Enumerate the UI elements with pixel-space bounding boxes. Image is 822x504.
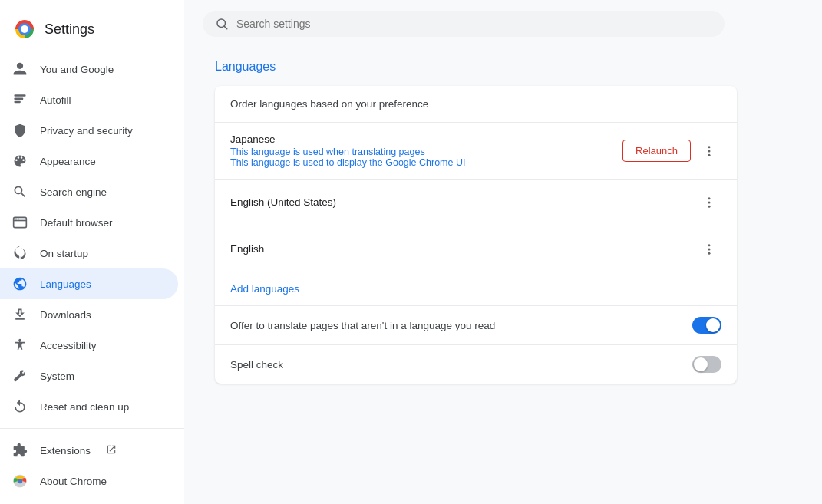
puzzle-icon <box>12 443 28 458</box>
three-dot-menu-button[interactable] <box>697 139 721 163</box>
svg-rect-5 <box>15 101 21 104</box>
svg-point-14 <box>708 146 711 148</box>
languages-card: Order languages based on your preference… <box>215 86 737 384</box>
language-info: English <box>230 243 697 256</box>
toggle-switch[interactable] <box>692 356 721 373</box>
svg-rect-3 <box>15 94 26 97</box>
person-icon <box>12 61 28 77</box>
sidebar-item-privacy-and-security[interactable]: Privacy and security <box>0 115 178 146</box>
sidebar: Settings You and GoogleAutofillPrivacy a… <box>0 0 184 504</box>
toggle-switch[interactable] <box>692 317 721 334</box>
sidebar-divider <box>0 428 184 429</box>
sidebar-item-languages[interactable]: Languages <box>0 268 178 299</box>
search-bar-area <box>184 0 822 48</box>
language-actions: Relaunch <box>622 139 721 163</box>
shield-icon <box>12 123 28 138</box>
sidebar-item-label: System <box>40 371 74 382</box>
language-actions <box>697 237 721 262</box>
main-content: Languages Order languages based on your … <box>184 0 822 504</box>
reset-icon <box>12 399 28 414</box>
sidebar-header: Settings <box>0 8 184 54</box>
sidebar-item-label: Extensions <box>40 445 91 456</box>
sidebar-item-on-startup[interactable]: On startup <box>0 238 178 268</box>
add-languages-link[interactable]: Add languages <box>215 272 737 306</box>
language-info: English (United States) <box>230 196 697 209</box>
toggle-row-1: Spell check <box>215 345 737 384</box>
toggle-thumb <box>694 357 708 371</box>
svg-point-21 <box>708 249 711 251</box>
sidebar-item-autofill[interactable]: Autofill <box>0 84 178 115</box>
search-icon <box>215 17 229 31</box>
three-dot-menu-button[interactable] <box>697 190 721 215</box>
language-name: English (United States) <box>230 196 697 208</box>
svg-rect-4 <box>15 98 24 100</box>
toggle-label: Spell check <box>230 359 283 371</box>
sidebar-item-system[interactable]: System <box>0 361 178 391</box>
toggle-track <box>692 317 721 334</box>
sidebar-item-label: Downloads <box>40 309 91 321</box>
sidebar-item-label: About Chrome <box>40 476 107 487</box>
svg-point-17 <box>708 197 711 199</box>
svg-point-9 <box>18 218 19 219</box>
external-link-icon <box>103 444 117 457</box>
sidebar-item-appearance[interactable]: Appearance <box>0 146 178 176</box>
sidebar-item-label: Default browser <box>40 217 113 229</box>
svg-point-20 <box>708 244 711 246</box>
toggle-rows: Offer to translate pages that aren't in … <box>215 306 737 384</box>
sidebar-item-label: Search engine <box>40 186 107 198</box>
language-info: JapaneseThis language is used when trans… <box>230 133 622 168</box>
sidebar-item-label: Appearance <box>40 156 96 167</box>
language-actions <box>697 190 721 215</box>
sidebar-item-you-and-google[interactable]: You and Google <box>0 54 178 84</box>
sidebar-item-reset-and-clean-up[interactable]: Reset and clean up <box>0 391 178 422</box>
autofill-icon <box>12 92 28 107</box>
sidebar-item-label: Languages <box>40 278 91 290</box>
svg-point-22 <box>708 252 711 255</box>
wrench-icon <box>12 368 28 384</box>
accessibility-icon <box>12 338 28 353</box>
svg-point-18 <box>708 202 711 204</box>
language-item: English <box>215 226 737 272</box>
search-bar <box>203 11 725 37</box>
svg-point-19 <box>708 206 711 208</box>
toggle-track <box>692 356 721 373</box>
toggle-row-0: Offer to translate pages that aren't in … <box>215 306 737 345</box>
language-name: English <box>230 243 697 255</box>
svg-point-8 <box>15 218 17 219</box>
download-icon <box>12 307 28 322</box>
language-item: English (United States) <box>215 180 737 226</box>
sidebar-item-label: Reset and clean up <box>40 401 129 413</box>
sidebar-nav: You and GoogleAutofillPrivacy and securi… <box>0 54 184 496</box>
chrome-logo-icon <box>12 17 37 41</box>
language-sub2: This language is used to display the Goo… <box>230 157 622 168</box>
toggle-label: Offer to translate pages that aren't in … <box>230 320 495 331</box>
toggle-thumb <box>706 318 720 332</box>
sidebar-item-search-engine[interactable]: Search engine <box>0 176 178 207</box>
content-area: Languages Order languages based on your … <box>184 48 822 504</box>
sidebar-item-label: You and Google <box>40 64 114 75</box>
sidebar-item-label: Accessibility <box>40 340 97 351</box>
language-list: JapaneseThis language is used when trans… <box>215 123 737 272</box>
browser-icon <box>12 215 28 230</box>
sidebar-item-downloads[interactable]: Downloads <box>0 299 178 330</box>
three-dot-menu-button[interactable] <box>697 237 721 262</box>
chrome-icon <box>12 473 28 489</box>
search-input[interactable] <box>236 18 712 30</box>
relaunch-button[interactable]: Relaunch <box>622 140 691 162</box>
power-icon <box>12 245 28 261</box>
section-title: Languages <box>215 60 791 74</box>
sidebar-item-accessibility[interactable]: Accessibility <box>0 330 178 361</box>
sidebar-item-default-browser[interactable]: Default browser <box>0 207 178 238</box>
language-item: JapaneseThis language is used when trans… <box>215 123 737 180</box>
card-header: Order languages based on your preference <box>215 86 737 123</box>
svg-point-16 <box>708 153 711 156</box>
sidebar-item-extensions[interactable]: Extensions <box>0 435 178 466</box>
svg-line-13 <box>224 26 226 28</box>
language-name: Japanese <box>230 133 622 145</box>
globe-icon <box>12 276 28 292</box>
sidebar-item-about-chrome[interactable]: About Chrome <box>0 466 178 496</box>
sidebar-item-label: Privacy and security <box>40 125 133 137</box>
svg-point-2 <box>21 25 28 33</box>
palette-icon <box>12 153 28 169</box>
svg-point-15 <box>708 150 711 152</box>
